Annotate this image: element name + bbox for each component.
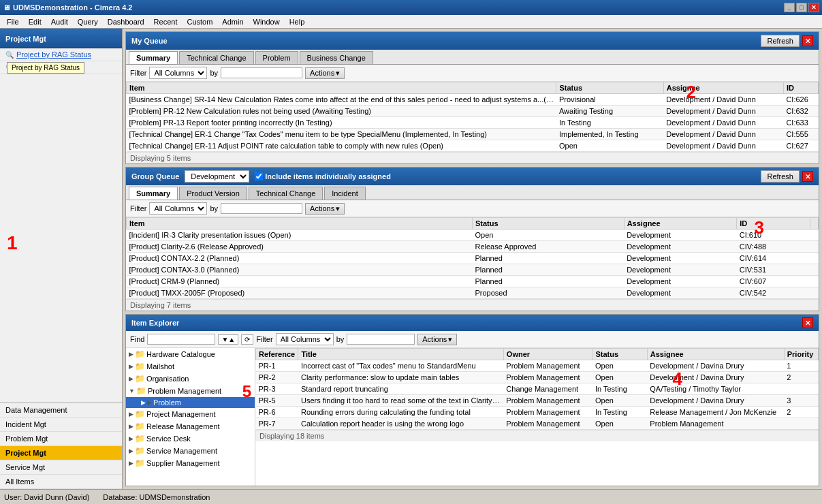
tab-my-queue-summary[interactable]: Summary xyxy=(129,51,178,64)
list-item[interactable]: ▶ 📁 Hardware Catalogue xyxy=(126,348,255,360)
cell-assignee: Development xyxy=(624,276,737,287)
table-row[interactable]: PR-1 Incorrect cast of "Tax codes" menu … xyxy=(256,360,819,372)
table-row[interactable]: PR-6 Rounding errors during calculating … xyxy=(256,407,819,418)
menu-bar: File Edit Audit Query Dashboard Recent C… xyxy=(0,15,822,29)
group-queue-filter-columns[interactable]: All Columns xyxy=(149,202,207,215)
sidebar-section-data[interactable]: Data Management xyxy=(0,403,122,418)
sidebar-section-allitems[interactable]: All Items xyxy=(0,475,122,489)
group-queue-group-select[interactable]: Development xyxy=(185,170,249,183)
gq-col-assignee: Assignee xyxy=(624,218,737,230)
cell-item: [Technical Change] ER-11 Adjust POINT ra… xyxy=(127,140,556,152)
tab-group-product-version[interactable]: Product Version xyxy=(179,187,247,200)
menu-file[interactable]: File xyxy=(3,16,23,27)
menu-help[interactable]: Help xyxy=(285,16,309,27)
item-explorer-filter-columns[interactable]: All Columns xyxy=(276,333,334,345)
group-queue-table-wrapper: 3 Item Status Assignee ID [Incident] IR-… xyxy=(126,217,819,299)
menu-dashboard[interactable]: Dashboard xyxy=(104,16,148,27)
title-bar: 🖥 UDMSDemonstration - Cimera 4.2 _ □ ✕ xyxy=(0,0,822,15)
title-bar-controls[interactable]: _ □ ✕ xyxy=(784,3,819,12)
list-item[interactable]: ▶ 📁 Service Desk xyxy=(126,432,255,445)
table-row[interactable]: [Business Change] SR-14 New Calculation … xyxy=(127,94,819,106)
menu-admin[interactable]: Admin xyxy=(218,16,247,27)
table-row[interactable]: PR-5 Users finding it too hard to read s… xyxy=(256,395,819,407)
cell-scroll-spacer xyxy=(810,287,819,299)
my-queue-refresh-button[interactable]: Refresh xyxy=(761,35,800,47)
table-row[interactable]: [Product] CONTAX-3.0 (Planned) Planned D… xyxy=(127,264,819,276)
sidebar-section-service[interactable]: Service Mgt xyxy=(0,460,122,475)
table-row[interactable]: [Product] Clarity-2.6 (Release Approved)… xyxy=(127,241,819,253)
sidebar-section-incident[interactable]: Incident Mgt xyxy=(0,418,122,432)
list-item[interactable]: ▶ 📁 Service Management xyxy=(126,445,255,457)
menu-edit[interactable]: Edit xyxy=(25,16,46,27)
minimize-button[interactable]: _ xyxy=(784,3,795,12)
col-assignee: Assignee xyxy=(663,82,783,94)
list-item[interactable]: ▶ 📁 Project Management xyxy=(126,408,255,420)
tab-group-technical-change[interactable]: Technical Change xyxy=(249,187,323,200)
table-row[interactable]: PR-3 Standard report truncating Change M… xyxy=(256,383,819,395)
list-item[interactable]: ▶ ▶ Problem xyxy=(126,397,255,408)
tab-group-incident[interactable]: Incident xyxy=(324,187,366,200)
menu-query[interactable]: Query xyxy=(74,16,102,27)
ie-filter-by-input[interactable] xyxy=(347,334,415,345)
sidebar-section-project[interactable]: Project Mgt xyxy=(0,446,122,460)
status-user: User: David Dunn (David) xyxy=(4,493,89,501)
table-row[interactable]: [Product] TMXX-2005F (Proposed) Proposed… xyxy=(127,287,819,299)
menu-custom[interactable]: Custom xyxy=(183,16,217,27)
cell-ref: PR-2 xyxy=(256,372,298,383)
tab-my-queue-business-change[interactable]: Business Change xyxy=(300,51,373,64)
table-row[interactable]: PR-2 Clarity performance: slow to update… xyxy=(256,372,819,383)
gq-col-id: ID xyxy=(737,218,810,230)
cell-priority xyxy=(784,418,818,430)
cell-scroll-spacer xyxy=(810,264,819,276)
group-queue-table-body: [Incident] IR-3 Clarity presentation iss… xyxy=(127,230,819,299)
table-row[interactable]: [Technical Change] ER-11 Adjust POINT ra… xyxy=(127,140,819,152)
item-explorer-actions-button[interactable]: Actions ▾ xyxy=(417,334,457,345)
list-item[interactable]: ▶ 📁 Organisation xyxy=(126,373,255,385)
my-queue-filter-by-input[interactable] xyxy=(221,67,302,78)
list-item[interactable]: ▶ 📁 Mailshot xyxy=(126,360,255,373)
list-item[interactable]: ▶ 📁 Supplier Management xyxy=(126,457,255,469)
menu-audit[interactable]: Audit xyxy=(47,16,72,27)
my-queue-count: Displaying 5 items xyxy=(126,152,819,163)
cell-id: CIV:614 xyxy=(737,253,810,264)
find-input[interactable] xyxy=(147,334,215,345)
cell-status: Open xyxy=(556,140,663,152)
my-queue-filter-columns[interactable]: All Columns xyxy=(149,67,207,79)
cell-owner: Change Management xyxy=(503,383,592,395)
group-queue-filter-by-input[interactable] xyxy=(221,203,302,214)
table-row[interactable]: [Product] CRM-9 (Planned) Planned Develo… xyxy=(127,276,819,287)
include-individually-assigned-checkbox[interactable] xyxy=(255,172,263,180)
table-row[interactable]: [Technical Change] ER-1 Change "Tax Code… xyxy=(127,129,819,140)
my-queue-close-button[interactable]: ✕ xyxy=(802,35,813,46)
group-queue-refresh-button[interactable]: Refresh xyxy=(761,170,800,183)
cell-status: Provisional xyxy=(556,94,663,106)
group-filter-label: Filter xyxy=(130,204,146,212)
filter-icon-button[interactable]: ▼▲ xyxy=(218,334,238,345)
menu-window[interactable]: Window xyxy=(249,16,284,27)
cell-assignee: Development xyxy=(624,253,737,264)
item-explorer-close-button[interactable]: ✕ xyxy=(802,317,813,328)
table-row[interactable]: [Product] CONTAX-2.2 (Planned) Planned D… xyxy=(127,253,819,264)
maximize-button[interactable]: □ xyxy=(796,3,807,12)
table-row[interactable]: [Problem] PR-12 New Calculation rules no… xyxy=(127,106,819,117)
close-button[interactable]: ✕ xyxy=(808,3,819,12)
tab-my-queue-technical-change[interactable]: Technical Change xyxy=(179,51,253,64)
table-row[interactable]: [Problem] PR-13 Report footer printing i… xyxy=(127,117,819,129)
title-bar-left: 🖥 UDMSDemonstration - Cimera 4.2 xyxy=(3,3,132,12)
tab-group-summary[interactable]: Summary xyxy=(129,187,178,200)
refresh-icon-button[interactable]: ⟳ xyxy=(241,334,253,345)
menu-recent[interactable]: Recent xyxy=(150,16,182,27)
sidebar-nav-link-rag[interactable]: Project by RAG Status xyxy=(16,50,91,59)
table-row[interactable]: [Incident] IR-3 Clarity presentation iss… xyxy=(127,230,819,241)
group-queue-close-button[interactable]: ✕ xyxy=(802,171,813,182)
tab-my-queue-problem[interactable]: Problem xyxy=(255,51,298,64)
my-queue-actions-button[interactable]: Actions ▾ xyxy=(305,67,345,79)
col-status: Status xyxy=(556,82,663,94)
table-row[interactable]: PR-7 Calculation report header is using … xyxy=(256,418,819,430)
sidebar-nav-item-rag[interactable]: 🔍 Project by RAG Status Project by RAG S… xyxy=(0,48,122,61)
list-item[interactable]: ▶ 📁 Release Management xyxy=(126,420,255,432)
sidebar-section-problem[interactable]: Problem Mgt xyxy=(0,432,122,446)
ie-col-priority: Priority xyxy=(784,349,818,360)
group-queue-actions-button[interactable]: Actions ▾ xyxy=(305,203,345,215)
list-item[interactable]: ▼ 📁 Problem Management xyxy=(126,385,255,397)
